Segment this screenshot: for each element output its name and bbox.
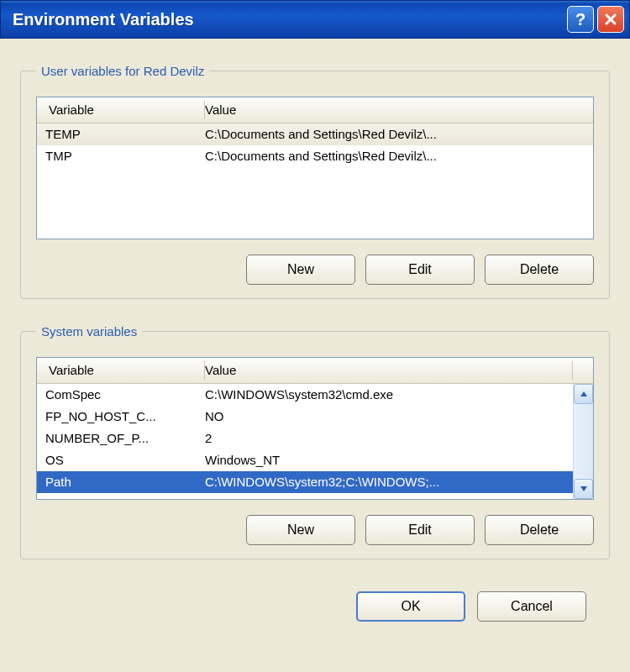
table-row[interactable]: Path C:\WINDOWS\system32;C:\WINDOWS;... bbox=[37, 471, 573, 493]
system-col-scroll bbox=[573, 358, 593, 383]
system-col-value[interactable]: Value bbox=[205, 358, 573, 383]
user-delete-button[interactable]: Delete bbox=[485, 255, 594, 285]
close-button[interactable] bbox=[597, 6, 624, 33]
table-row[interactable]: TMP C:\Documents and Settings\Red Devilz… bbox=[37, 145, 593, 167]
table-row[interactable]: OS Windows_NT bbox=[37, 449, 573, 471]
system-col-variable[interactable]: Variable bbox=[37, 358, 205, 383]
system-variables-list[interactable]: Variable Value ComSpec C:\WINDOWS\system… bbox=[36, 357, 594, 500]
user-col-value[interactable]: Value bbox=[205, 97, 593, 123]
user-col-variable[interactable]: Variable bbox=[37, 97, 205, 123]
user-button-row: New Edit Delete bbox=[36, 255, 594, 285]
scroll-down-button[interactable] bbox=[574, 479, 593, 499]
system-variables-group: System variables Variable Value ComSpec … bbox=[20, 324, 610, 559]
window-title: Environment Variables bbox=[13, 10, 194, 29]
system-rows: ComSpec C:\WINDOWS\system32\cmd.exe FP_N… bbox=[37, 384, 573, 499]
system-scrollbar[interactable] bbox=[573, 384, 593, 499]
table-row[interactable]: ComSpec C:\WINDOWS\system32\cmd.exe bbox=[37, 384, 573, 406]
ok-button[interactable]: OK bbox=[356, 591, 465, 622]
system-new-button[interactable]: New bbox=[246, 515, 355, 545]
user-variables-list[interactable]: Variable Value TEMP C:\Documents and Set… bbox=[36, 97, 594, 239]
table-row[interactable]: FP_NO_HOST_C... NO bbox=[37, 406, 573, 428]
table-row[interactable]: NUMBER_OF_P... 2 bbox=[37, 428, 573, 449]
titlebar: Environment Variables ? bbox=[0, 0, 630, 39]
system-delete-button[interactable]: Delete bbox=[485, 515, 594, 545]
system-list-headers: Variable Value bbox=[37, 358, 593, 384]
user-variables-group: User variables for Red Devilz Variable V… bbox=[20, 64, 610, 299]
titlebar-controls: ? bbox=[567, 6, 624, 33]
scroll-up-button[interactable] bbox=[574, 384, 593, 404]
user-edit-button[interactable]: Edit bbox=[365, 255, 475, 285]
system-button-row: New Edit Delete bbox=[36, 515, 594, 545]
chevron-down-icon bbox=[580, 486, 587, 491]
user-list-headers: Variable Value bbox=[37, 97, 593, 123]
system-edit-button[interactable]: Edit bbox=[365, 515, 475, 545]
system-variables-legend: System variables bbox=[36, 324, 142, 339]
dialog-button-row: OK Cancel bbox=[20, 585, 610, 622]
help-button[interactable]: ? bbox=[567, 6, 594, 33]
chevron-up-icon bbox=[580, 391, 587, 396]
close-icon bbox=[604, 13, 617, 26]
cancel-button[interactable]: Cancel bbox=[477, 591, 586, 622]
user-new-button[interactable]: New bbox=[246, 255, 355, 285]
user-variables-legend: User variables for Red Devilz bbox=[36, 64, 209, 78]
table-row[interactable]: TEMP C:\Documents and Settings\Red Devil… bbox=[37, 123, 593, 145]
user-rows: TEMP C:\Documents and Settings\Red Devil… bbox=[37, 123, 593, 239]
